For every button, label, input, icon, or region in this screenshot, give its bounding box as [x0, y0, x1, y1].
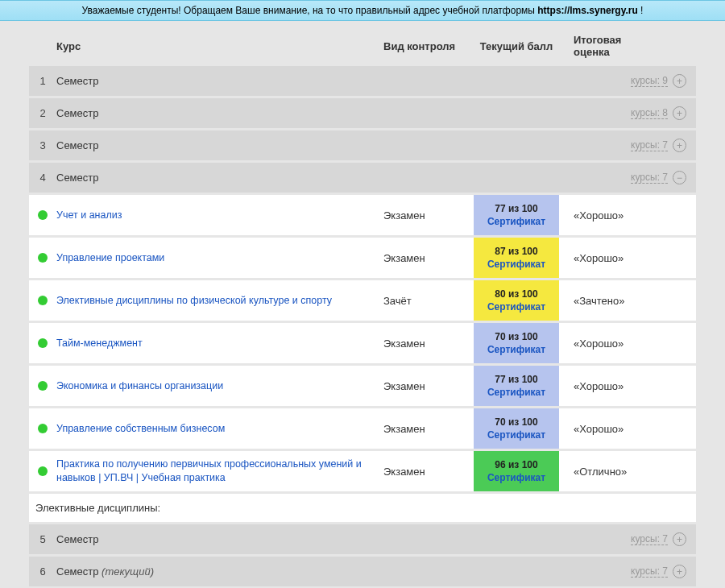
status-cell: [29, 451, 56, 491]
score-value: 87 из 100: [495, 246, 537, 257]
final-grade: «Хорошо»: [559, 195, 672, 235]
score-badge: 80 из 100 Сертификат: [474, 280, 559, 321]
header-course: Курс: [29, 40, 383, 52]
course-row: Экономика и финансы организации Экзамен …: [29, 366, 696, 406]
certificate-link[interactable]: Сертификат: [487, 259, 545, 270]
semester-course-count: курсы: 9: [631, 75, 668, 87]
header-grade: Итоговая оценка: [559, 34, 648, 58]
final-grade: «Зачтено»: [559, 280, 672, 321]
course-row: Учет и анализ Экзамен 77 из 100 Сертифик…: [29, 195, 696, 235]
table-header: Курс Вид контроля Текущий балл Итоговая …: [29, 27, 696, 66]
header-control: Вид контроля: [383, 40, 474, 52]
score-badge: 87 из 100 Сертификат: [474, 238, 559, 278]
semester-row-6[interactable]: 6 Семестр (текущий) курсы: 7 +: [29, 557, 696, 586]
control-type: Зачёт: [383, 280, 474, 321]
semester-label: Семестр: [56, 139, 631, 151]
certificate-link[interactable]: Сертификат: [487, 429, 545, 441]
certificate-link[interactable]: Сертификат: [487, 387, 545, 398]
control-type: Экзамен: [383, 366, 474, 406]
course-link[interactable]: Управление собственным бизнесом: [56, 422, 225, 436]
certificate-link[interactable]: Сертификат: [487, 216, 545, 227]
status-cell: [29, 280, 56, 321]
status-dot-icon: [38, 381, 48, 391]
control-type: Экзамен: [383, 451, 474, 491]
banner-text-post: !: [638, 5, 644, 16]
status-cell: [29, 408, 56, 449]
semester-label: Семестр: [56, 172, 631, 184]
semester-number: 3: [29, 139, 56, 151]
grades-container: Курс Вид контроля Текущий балл Итоговая …: [0, 21, 725, 588]
collapse-icon[interactable]: −: [673, 171, 686, 184]
score-value: 70 из 100: [495, 331, 537, 342]
control-type: Экзамен: [383, 408, 474, 449]
final-grade: «Хорошо»: [559, 366, 672, 406]
status-dot-icon: [38, 296, 48, 305]
semester-number: 1: [29, 75, 56, 87]
semester-label: Семестр: [56, 533, 631, 545]
semester-number: 6: [29, 565, 56, 578]
course-link[interactable]: Управление проектами: [56, 251, 164, 265]
score-value: 77 из 100: [495, 203, 537, 214]
semester-label: Семестр: [56, 75, 631, 87]
expand-icon[interactable]: +: [673, 74, 686, 88]
header-score: Текущий балл: [474, 40, 559, 52]
certificate-link[interactable]: Сертификат: [487, 344, 545, 355]
course-link[interactable]: Элективные дисциплины по физической куль…: [56, 294, 332, 308]
semester-number: 4: [29, 172, 56, 184]
expand-icon[interactable]: +: [673, 565, 686, 578]
final-grade: «Хорошо»: [559, 408, 672, 449]
expand-icon[interactable]: +: [673, 532, 686, 546]
course-link[interactable]: Экономика и финансы организации: [56, 379, 223, 393]
semester-row-4[interactable]: 4 Семестр курсы: 7 −: [29, 163, 696, 193]
semester-course-count: курсы: 7: [631, 139, 668, 151]
status-dot-icon: [38, 424, 48, 433]
score-value: 70 из 100: [495, 416, 537, 428]
semester-label: Семестр: [56, 107, 631, 119]
status-dot-icon: [38, 253, 48, 263]
semester-current-tag: (текущий): [102, 565, 154, 578]
control-type: Экзамен: [383, 195, 474, 235]
notice-banner: Уважаемые студенты! Обращаем Ваше вниман…: [0, 0, 725, 21]
score-badge: 70 из 100 Сертификат: [474, 408, 559, 449]
course-link[interactable]: Учет и анализ: [56, 209, 122, 222]
course-row: Управление собственным бизнесом Экзамен …: [29, 408, 696, 449]
score-value: 80 из 100: [495, 288, 537, 300]
status-cell: [29, 195, 56, 235]
elective-section-label: Элективные дисциплины:: [29, 494, 696, 522]
expand-icon[interactable]: +: [673, 106, 686, 120]
score-badge: 77 из 100 Сертификат: [474, 195, 559, 235]
status-dot-icon: [38, 338, 48, 348]
final-grade: «Хорошо»: [559, 323, 672, 363]
banner-text-pre: Уважаемые студенты! Обращаем Ваше вниман…: [82, 5, 538, 16]
status-cell: [29, 238, 56, 278]
semester-number: 2: [29, 107, 56, 119]
course-row: Практика по получению первичных професси…: [29, 451, 696, 491]
score-value: 96 из 100: [495, 459, 537, 470]
score-badge: 70 из 100 Сертификат: [474, 323, 559, 363]
score-value: 77 из 100: [495, 374, 537, 385]
course-link[interactable]: Тайм-менеджмент: [56, 337, 143, 350]
final-grade: «Хорошо»: [559, 238, 672, 278]
semester-row-2[interactable]: 2 Семестр курсы: 8 +: [29, 98, 696, 128]
course-link[interactable]: Практика по получению первичных професси…: [56, 458, 375, 485]
final-grade: «Отлично»: [559, 451, 672, 491]
semester-label: Семестр (текущий): [56, 565, 631, 578]
expand-icon[interactable]: +: [673, 139, 686, 152]
score-badge: 96 из 100 Сертификат: [474, 451, 559, 491]
banner-url: https://lms.synergy.ru: [537, 5, 637, 16]
score-badge: 77 из 100 Сертификат: [474, 366, 559, 406]
status-cell: [29, 366, 56, 406]
certificate-link[interactable]: Сертификат: [487, 301, 545, 313]
certificate-link[interactable]: Сертификат: [487, 472, 545, 483]
status-dot-icon: [38, 466, 48, 476]
semester-row-5[interactable]: 5 Семестр курсы: 7 +: [29, 524, 696, 554]
status-cell: [29, 323, 56, 363]
course-row: Управление проектами Экзамен 87 из 100 С…: [29, 238, 696, 278]
control-type: Экзамен: [383, 323, 474, 363]
course-row: Элективные дисциплины по физической куль…: [29, 280, 696, 321]
semester-number: 5: [29, 533, 56, 545]
semester-row-3[interactable]: 3 Семестр курсы: 7 +: [29, 130, 696, 160]
semester-row-1[interactable]: 1 Семестр курсы: 9 +: [29, 66, 696, 96]
status-dot-icon: [38, 210, 48, 220]
semester-course-count: курсы: 7: [631, 172, 668, 184]
